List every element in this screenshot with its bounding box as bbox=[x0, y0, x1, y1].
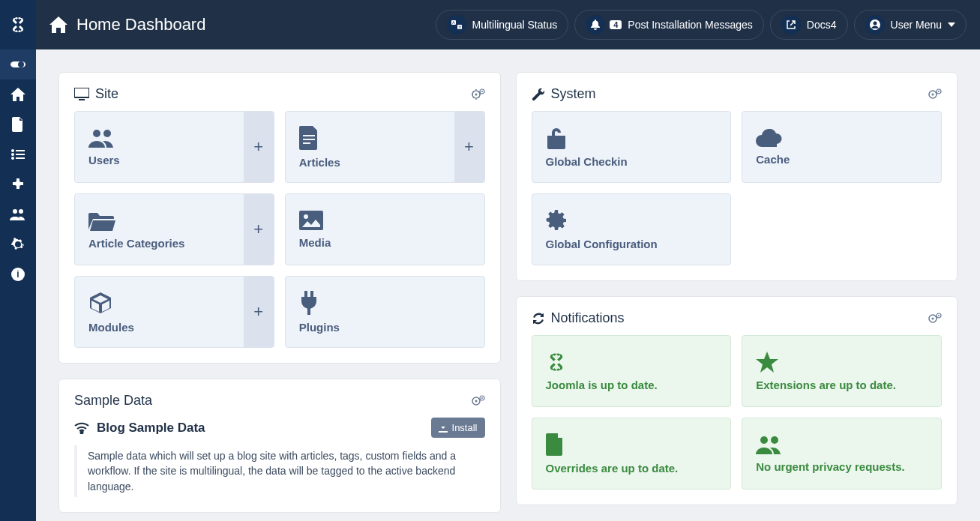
articles-card[interactable]: Articles + bbox=[285, 111, 485, 183]
global-config-card[interactable]: Global Configuration bbox=[532, 193, 732, 265]
media-card[interactable]: Media bbox=[285, 193, 485, 265]
star-icon bbox=[756, 352, 928, 373]
system-panel-settings[interactable] bbox=[928, 88, 942, 100]
sidebar-toggle[interactable] bbox=[0, 49, 36, 79]
svg-point-48 bbox=[938, 315, 940, 316]
sidebar-item-content[interactable] bbox=[0, 109, 36, 139]
modules-card[interactable]: Modules + bbox=[74, 276, 274, 348]
cache-card[interactable]: Cache bbox=[742, 111, 942, 183]
sidebar-item-home[interactable] bbox=[0, 79, 36, 109]
svg-rect-21 bbox=[74, 88, 89, 97]
overrides-uptodate-card[interactable]: Overrides are up to date. bbox=[532, 418, 732, 490]
users-icon bbox=[88, 128, 230, 148]
svg-rect-34 bbox=[304, 291, 307, 297]
plugins-card[interactable]: Plugins bbox=[285, 276, 485, 348]
file-solid-icon bbox=[546, 433, 718, 456]
svg-point-24 bbox=[475, 93, 477, 95]
svg-point-26 bbox=[481, 91, 483, 92]
install-button[interactable]: Install bbox=[431, 418, 485, 438]
cube-icon bbox=[88, 291, 230, 315]
multilingual-status-button[interactable]: A文 Multilingual Status bbox=[436, 10, 569, 40]
svg-point-42 bbox=[932, 93, 934, 95]
sidebar-item-menus[interactable] bbox=[0, 139, 36, 169]
svg-rect-8 bbox=[16, 154, 25, 155]
system-panel-title: System bbox=[551, 86, 596, 102]
svg-point-39 bbox=[481, 397, 483, 399]
sidebar-item-help[interactable]: i bbox=[0, 259, 36, 289]
svg-point-40 bbox=[81, 431, 83, 433]
categories-add-button[interactable]: + bbox=[244, 194, 274, 265]
articles-add-button[interactable]: + bbox=[454, 112, 484, 182]
wrench-icon bbox=[532, 88, 545, 101]
modules-add-button[interactable]: + bbox=[244, 277, 274, 347]
svg-rect-31 bbox=[303, 142, 310, 144]
notifications-settings[interactable] bbox=[928, 313, 942, 325]
sync-icon bbox=[532, 313, 545, 325]
joomla-logo[interactable] bbox=[0, 0, 36, 49]
download-icon bbox=[439, 424, 448, 433]
wifi-icon bbox=[74, 422, 89, 434]
privacy-card[interactable]: No urgent privacy requests. bbox=[742, 418, 942, 490]
global-checkin-card[interactable]: Global Checkin bbox=[532, 111, 732, 183]
svg-text:文: 文 bbox=[457, 25, 461, 29]
sidebar-item-users[interactable] bbox=[0, 199, 36, 229]
svg-point-28 bbox=[103, 130, 111, 137]
svg-point-37 bbox=[475, 400, 477, 402]
blog-sample-title: Blog Sample Data bbox=[97, 421, 205, 436]
svg-point-46 bbox=[932, 317, 934, 319]
cloud-icon bbox=[756, 129, 928, 147]
post-install-messages-button[interactable]: 4 Post Installation Messages bbox=[574, 10, 764, 40]
svg-rect-30 bbox=[303, 139, 315, 140]
user-icon bbox=[865, 15, 885, 34]
sample-data-panel: Sample Data Blog Sample Data bbox=[58, 379, 501, 513]
sample-data-settings[interactable] bbox=[472, 395, 485, 407]
folder-open-icon bbox=[88, 210, 230, 231]
external-link-icon bbox=[781, 15, 801, 34]
extensions-uptodate-card[interactable]: Extensions are up to date. bbox=[742, 335, 942, 407]
svg-point-12 bbox=[19, 209, 23, 214]
svg-point-5 bbox=[11, 149, 14, 152]
desktop-icon bbox=[74, 88, 89, 101]
sample-description: Sample data which will set up a blog sit… bbox=[74, 445, 485, 497]
svg-point-7 bbox=[11, 153, 14, 156]
docs-button[interactable]: Docs4 bbox=[770, 10, 848, 40]
chevron-down-icon bbox=[948, 22, 955, 27]
user-menu-button[interactable]: User Menu bbox=[854, 10, 967, 40]
notifications-title: Notifications bbox=[551, 310, 625, 326]
joomla-uptodate-card[interactable]: Joomla is up to date. bbox=[532, 335, 732, 407]
svg-point-44 bbox=[938, 91, 940, 92]
svg-point-20 bbox=[873, 22, 877, 25]
categories-card[interactable]: Article Categories + bbox=[74, 193, 274, 265]
svg-point-50 bbox=[771, 436, 778, 444]
svg-point-33 bbox=[304, 214, 308, 219]
svg-point-1 bbox=[18, 61, 24, 67]
gear-icon bbox=[546, 209, 718, 232]
site-panel: Site Users bbox=[58, 72, 501, 364]
users-card[interactable]: Users + bbox=[74, 111, 274, 183]
post-install-count: 4 bbox=[610, 20, 622, 29]
file-icon bbox=[299, 126, 441, 150]
page-title: Home Dashboard bbox=[76, 15, 205, 34]
svg-point-9 bbox=[11, 157, 14, 160]
site-panel-settings[interactable] bbox=[472, 88, 485, 100]
sample-data-title: Sample Data bbox=[74, 393, 152, 409]
sidebar: i bbox=[0, 0, 36, 521]
language-icon: A文 bbox=[447, 15, 466, 34]
unlock-icon bbox=[546, 127, 718, 149]
image-icon bbox=[299, 211, 471, 230]
header: Home Dashboard A文 Multilingual Status 4 … bbox=[36, 0, 980, 49]
svg-rect-4 bbox=[14, 128, 19, 130]
svg-rect-2 bbox=[14, 124, 22, 125]
sidebar-item-components[interactable] bbox=[0, 169, 36, 199]
svg-rect-3 bbox=[14, 126, 22, 127]
sidebar-item-system[interactable] bbox=[0, 229, 36, 259]
svg-rect-32 bbox=[299, 211, 323, 230]
svg-rect-22 bbox=[79, 99, 85, 100]
joomla-icon bbox=[546, 352, 718, 373]
bell-icon bbox=[586, 15, 605, 34]
site-panel-title: Site bbox=[95, 86, 118, 102]
users-group-icon bbox=[756, 435, 928, 454]
users-add-button[interactable]: + bbox=[244, 112, 274, 182]
svg-point-11 bbox=[13, 209, 17, 214]
svg-rect-35 bbox=[310, 291, 313, 297]
